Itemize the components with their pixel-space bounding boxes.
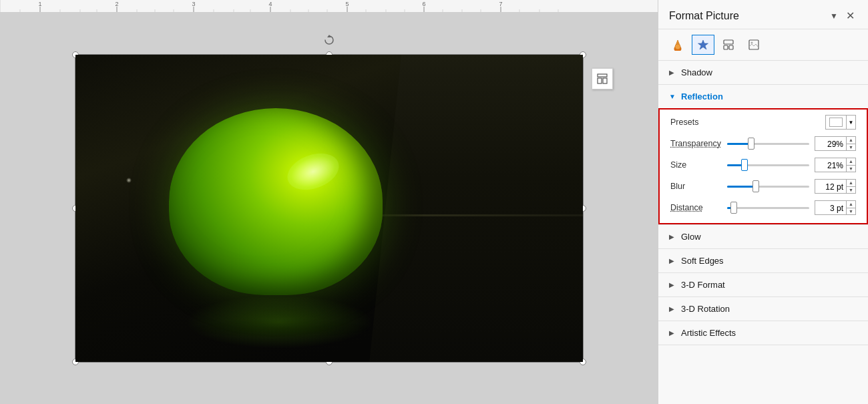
transparency-label: Transparency (670, 139, 727, 148)
transparency-spinbox[interactable]: 29% ▲ ▼ (815, 136, 856, 151)
picture-icon (748, 39, 760, 51)
distance-up[interactable]: ▲ (847, 201, 855, 208)
format3d-arrow: ▶ (669, 281, 676, 288)
soft-edges-label: Soft Edges (681, 256, 724, 266)
svg-rect-40 (598, 78, 602, 83)
panel-close-button[interactable]: ✕ (843, 8, 857, 23)
soft-edges-header[interactable]: ▶ Soft Edges (658, 249, 868, 272)
size-slider[interactable] (727, 158, 809, 172)
svg-rect-46 (749, 40, 758, 49)
layout-options-button[interactable] (592, 68, 613, 89)
artistic-effects-section: ▶ Artistic Effects (658, 321, 868, 345)
svg-text:5: 5 (345, 1, 349, 7)
transparency-slider[interactable] (727, 137, 809, 150)
rotation3d-header[interactable]: ▶ 3-D Rotation (658, 297, 868, 321)
svg-text:2: 2 (115, 1, 118, 7)
fill-tab-button[interactable] (666, 35, 689, 55)
size-row: Size 21% ▲ ▼ (670, 158, 856, 172)
size-down[interactable]: ▼ (847, 166, 855, 172)
svg-rect-0 (0, 0, 658, 12)
presets-dropdown-button[interactable]: ▼ (847, 115, 856, 130)
rotate-icon (324, 35, 335, 45)
size-label: Size (670, 160, 727, 170)
picture-image (75, 55, 583, 362)
artistic-effects-arrow: ▶ (669, 329, 676, 337)
shadow-label: Shadow (681, 67, 712, 77)
distance-value[interactable]: 3 pt (815, 201, 846, 214)
svg-rect-43 (724, 40, 733, 44)
blur-row: Blur 12 pt ▲ ▼ (670, 179, 856, 194)
distance-down[interactable]: ▼ (847, 208, 855, 215)
blur-up[interactable]: ▲ (847, 180, 855, 187)
panel-title: Format Picture (669, 10, 739, 22)
transparency-row: Transparency 29% ▲ ▼ (670, 136, 856, 151)
format-picture-panel: Format Picture ▼ ✕ (658, 0, 868, 404)
shadow-section: ▶ Shadow (658, 61, 868, 85)
canvas-workspace (0, 12, 658, 404)
artistic-effects-label: Artistic Effects (681, 328, 736, 338)
rotation3d-section: ▶ 3-D Rotation (658, 297, 868, 321)
size-spinbox[interactable]: 21% ▲ ▼ (815, 158, 856, 172)
shape-effects-icon (697, 39, 709, 51)
blur-value[interactable]: 12 pt (815, 180, 846, 193)
presets-preview-button[interactable] (825, 115, 847, 130)
reflection-content: Presets ▼ Transparency (658, 108, 868, 224)
presets-label: Presets (670, 118, 727, 127)
distance-slider[interactable] (727, 201, 809, 214)
layout-tab-button[interactable] (717, 35, 740, 55)
svg-point-42 (675, 44, 680, 49)
rotation3d-label: 3-D Rotation (681, 304, 730, 314)
soft-edges-section: ▶ Soft Edges (658, 249, 868, 273)
reflection-header[interactable]: ▼ Reflection (658, 85, 868, 108)
svg-text:7: 7 (499, 1, 502, 7)
shadow-header[interactable]: ▶ Shadow (658, 61, 868, 84)
svg-rect-44 (724, 45, 728, 49)
layout-icon (597, 73, 608, 84)
distance-spinbox[interactable]: 3 pt ▲ ▼ (815, 200, 856, 215)
picture-tab-button[interactable] (742, 35, 765, 55)
svg-point-47 (751, 42, 753, 44)
size-value[interactable]: 21% (815, 158, 846, 172)
shadow-arrow: ▶ (669, 69, 676, 76)
rotate-handle[interactable] (324, 35, 335, 45)
picture-frame[interactable] (75, 55, 583, 362)
bg-light (126, 178, 132, 183)
presets-row: Presets ▼ (670, 115, 856, 130)
svg-text:3: 3 (192, 1, 195, 7)
svg-rect-39 (598, 74, 607, 77)
reflection-section: ▼ Reflection Presets ▼ Transparency (658, 85, 868, 225)
size-up[interactable]: ▲ (847, 158, 855, 166)
svg-rect-41 (603, 78, 607, 83)
format3d-header[interactable]: ▶ 3-D Format (658, 273, 868, 296)
glow-arrow: ▶ (669, 233, 676, 240)
rotation3d-arrow: ▶ (669, 305, 676, 313)
glow-ground (186, 295, 373, 349)
svg-text:6: 6 (422, 1, 425, 7)
blur-slider[interactable] (727, 180, 809, 193)
distance-label: Distance (670, 203, 727, 212)
soft-edges-arrow: ▶ (669, 257, 676, 264)
blur-spinbox[interactable]: 12 pt ▲ ▼ (815, 179, 856, 194)
transparency-up[interactable]: ▲ (847, 137, 855, 144)
svg-text:4: 4 (268, 1, 272, 7)
glow-header[interactable]: ▶ Glow (658, 225, 868, 248)
glow-section: ▶ Glow (658, 225, 868, 249)
canvas-area: 1 2 3 4 5 6 7 (0, 0, 658, 404)
layout-icon (722, 39, 734, 51)
format3d-label: 3-D Format (681, 280, 725, 290)
transparency-down[interactable]: ▼ (847, 144, 855, 151)
effects-tab-button[interactable] (692, 35, 714, 55)
reflection-label: Reflection (681, 91, 723, 102)
ruler-svg: 1 2 3 4 5 6 7 (0, 0, 658, 12)
svg-rect-45 (729, 45, 733, 49)
panel-dropdown-arrow[interactable]: ▼ (830, 11, 838, 21)
distance-row: Distance 3 pt ▲ ▼ (670, 200, 856, 215)
transparency-value[interactable]: 29% (815, 137, 846, 150)
green-ball (169, 108, 383, 295)
artistic-effects-header[interactable]: ▶ Artistic Effects (658, 321, 868, 345)
svg-text:1: 1 (38, 1, 41, 7)
ruler-top: 1 2 3 4 5 6 7 (0, 0, 658, 12)
panel-icon-tabs (658, 29, 868, 61)
blur-down[interactable]: ▼ (847, 187, 855, 194)
fill-effects-icon (672, 39, 684, 51)
